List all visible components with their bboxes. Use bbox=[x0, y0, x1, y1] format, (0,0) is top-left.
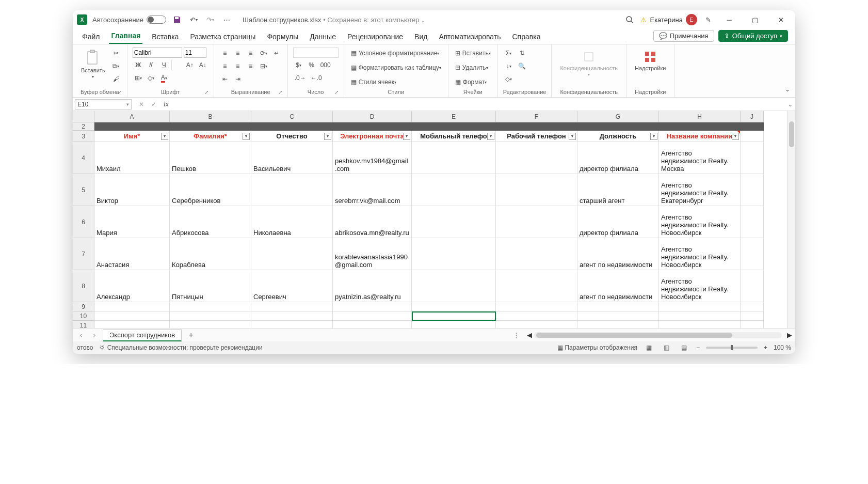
cell[interactable] bbox=[741, 238, 764, 270]
cell[interactable]: Электронная почта▾ bbox=[333, 131, 412, 142]
cell[interactable] bbox=[251, 311, 333, 321]
cell[interactable] bbox=[412, 321, 496, 328]
cancel-formula[interactable]: ✕ bbox=[136, 99, 147, 110]
align-top[interactable]: ≡ bbox=[219, 48, 231, 59]
tab-layout[interactable]: Разметка страницы bbox=[188, 30, 258, 44]
cell[interactable] bbox=[333, 311, 412, 321]
cell[interactable] bbox=[741, 122, 764, 131]
cell[interactable]: Николаевна bbox=[251, 206, 333, 238]
row-header[interactable]: 11 bbox=[73, 321, 94, 328]
cell[interactable] bbox=[412, 270, 496, 302]
cell[interactable] bbox=[659, 321, 741, 328]
tab-automate[interactable]: Автоматизировать bbox=[437, 30, 503, 44]
cell[interactable]: директор филиала bbox=[577, 206, 659, 238]
cell[interactable] bbox=[741, 206, 764, 238]
tab-formulas[interactable]: Формулы bbox=[265, 30, 300, 44]
cell[interactable]: peshkov.mv1984@gmail.com bbox=[333, 142, 412, 174]
column-header[interactable]: J bbox=[741, 111, 764, 122]
font-color-button[interactable]: A▾ bbox=[158, 72, 170, 84]
zoom-level[interactable]: 100 % bbox=[774, 344, 791, 351]
decrease-indent[interactable]: ⇤ bbox=[219, 73, 231, 85]
column-header[interactable]: B bbox=[170, 111, 251, 122]
row-header[interactable]: 10 bbox=[73, 311, 94, 321]
filter-button[interactable]: ▾ bbox=[403, 133, 410, 140]
cell[interactable]: Имя*▾ bbox=[94, 131, 170, 142]
format-painter-button[interactable]: 🖌 bbox=[110, 73, 122, 85]
cell[interactable] bbox=[496, 321, 577, 328]
cell[interactable] bbox=[412, 302, 496, 311]
cell[interactable] bbox=[170, 302, 251, 311]
cell[interactable]: Пятницын bbox=[170, 270, 251, 302]
filter-button[interactable]: ▾ bbox=[161, 133, 168, 140]
cell[interactable] bbox=[496, 122, 577, 131]
cell[interactable] bbox=[412, 174, 496, 206]
toggle-switch[interactable] bbox=[147, 15, 166, 24]
addins-button[interactable]: Надстройки bbox=[632, 48, 669, 73]
fill-button[interactable]: ↓▾ bbox=[503, 60, 515, 72]
tab-view[interactable]: Вид bbox=[412, 30, 429, 44]
cell[interactable] bbox=[333, 302, 412, 311]
align-bottom[interactable]: ≡ bbox=[245, 48, 256, 59]
tab-insert[interactable]: Вставка bbox=[150, 30, 181, 44]
cell[interactable]: abrikosova.mn@realty.ru bbox=[333, 206, 412, 238]
sheet-nav-prev[interactable]: ‹ bbox=[76, 331, 86, 339]
cell[interactable] bbox=[94, 122, 170, 131]
sheet-nav-next[interactable]: › bbox=[89, 331, 100, 339]
cell[interactable]: Агентство недвижимости Realty. Новосибир… bbox=[659, 238, 741, 270]
row-header[interactable]: 7 bbox=[73, 238, 94, 270]
clipboard-launcher[interactable]: ⤢ bbox=[118, 89, 122, 95]
percent-button[interactable]: % bbox=[306, 59, 317, 71]
cell[interactable] bbox=[496, 302, 577, 311]
cell[interactable] bbox=[251, 174, 333, 206]
cell[interactable] bbox=[741, 131, 764, 142]
number-launcher[interactable]: ⤢ bbox=[334, 89, 339, 95]
hscroll-left[interactable]: ◀ bbox=[527, 331, 532, 339]
align-right[interactable]: ≡ bbox=[245, 60, 256, 72]
column-header[interactable]: C bbox=[251, 111, 333, 122]
cell[interactable] bbox=[741, 321, 764, 328]
ribbon-collapse[interactable]: ⌄ bbox=[782, 84, 793, 95]
column-header[interactable]: H bbox=[659, 111, 741, 122]
cell[interactable]: Агентство недвижимости Realty. Екатеринб… bbox=[659, 174, 741, 206]
autosave-toggle[interactable]: Автосохранение bbox=[92, 15, 166, 24]
autosum[interactable]: Σ▾ bbox=[503, 48, 515, 59]
name-box[interactable]: E10▾ bbox=[75, 99, 132, 110]
cell[interactable] bbox=[741, 270, 764, 302]
cell[interactable] bbox=[659, 302, 741, 311]
bold-button[interactable]: Ж bbox=[133, 59, 144, 71]
page-break-view[interactable]: ▤ bbox=[679, 343, 690, 352]
cell[interactable] bbox=[333, 122, 412, 131]
cell[interactable] bbox=[577, 122, 659, 131]
cell[interactable]: serebrrr.vk@mail.com bbox=[333, 174, 412, 206]
save-button[interactable] bbox=[171, 14, 183, 25]
column-header[interactable]: A bbox=[94, 111, 170, 122]
currency-button[interactable]: $▾ bbox=[293, 59, 304, 71]
cell[interactable] bbox=[94, 311, 170, 321]
sensitivity-button[interactable]: Конфиденциальность▾ bbox=[557, 48, 621, 79]
cell[interactable] bbox=[496, 206, 577, 238]
cell[interactable] bbox=[741, 311, 764, 321]
wrap-text[interactable]: ↵ bbox=[271, 48, 282, 59]
enter-formula[interactable]: ✓ bbox=[148, 99, 159, 110]
formula-bar-expand[interactable]: ⌄ bbox=[785, 100, 795, 108]
fill-color-button[interactable]: ◇▾ bbox=[146, 72, 157, 84]
search-button[interactable] bbox=[624, 14, 635, 25]
cell[interactable]: агент по недвижимости bbox=[577, 270, 659, 302]
cell[interactable] bbox=[412, 238, 496, 270]
filter-button[interactable]: ▾ bbox=[243, 133, 250, 140]
cell[interactable]: Александр bbox=[94, 270, 170, 302]
copy-button[interactable]: ⧉▾ bbox=[110, 60, 122, 72]
delete-cells[interactable]: ⊟ Удалить ▾ bbox=[454, 62, 490, 73]
ink-button[interactable]: ✎ bbox=[702, 14, 714, 25]
clear-button[interactable]: ◇▾ bbox=[503, 73, 515, 85]
cell[interactable] bbox=[412, 206, 496, 238]
cell[interactable] bbox=[251, 122, 333, 131]
number-format-select[interactable] bbox=[293, 48, 339, 58]
sheet-tab[interactable]: Экспорт сотрудников bbox=[103, 329, 182, 341]
cell[interactable]: Отчество▾ bbox=[251, 131, 333, 142]
sheet-options[interactable]: ⋮ bbox=[509, 331, 525, 339]
row-header[interactable]: 4 bbox=[73, 142, 94, 174]
font-size-select[interactable] bbox=[184, 48, 206, 58]
row-header[interactable]: 2 bbox=[73, 122, 94, 131]
cell[interactable] bbox=[94, 321, 170, 328]
